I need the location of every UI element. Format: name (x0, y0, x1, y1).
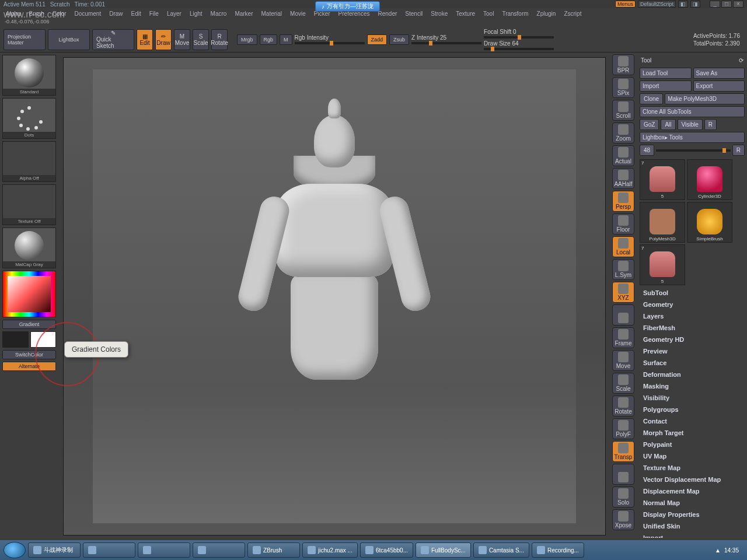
side-Scroll[interactable]: Scroll (612, 100, 634, 121)
zadd-button[interactable]: Zadd (367, 34, 388, 45)
side-Persp[interactable]: Persp (612, 191, 634, 212)
mrgb-button[interactable]: Mrgb (237, 34, 257, 45)
menu-texture[interactable]: Texture (453, 10, 477, 17)
tool-thumb-4[interactable]: 75 (640, 244, 685, 285)
lightbox-button[interactable]: LightBox (48, 29, 90, 50)
side-BPR[interactable]: BPR (612, 54, 634, 75)
menu-brush[interactable]: Brush (27, 10, 47, 17)
z-intensity-slider[interactable]: Z Intensity 25 (411, 34, 481, 44)
menu-transform[interactable]: Transform (500, 10, 530, 17)
alpha-thumbnail[interactable]: Alpha Off (2, 141, 56, 182)
side-SPix[interactable]: SPix (612, 77, 634, 98)
export-button[interactable]: Export (693, 80, 745, 92)
menu-layer[interactable]: Layer (165, 10, 184, 17)
layout-icon-1[interactable]: ◧ (678, 1, 688, 8)
section-normal-map[interactable]: Normal Map (640, 497, 745, 509)
side-Local[interactable]: Local (612, 236, 634, 257)
scale-button[interactable]: SScale (193, 29, 209, 50)
side-Transp[interactable]: Transp (612, 441, 634, 462)
section-deformation[interactable]: Deformation (640, 369, 745, 380)
menu-alpha[interactable]: Alpha (4, 10, 23, 17)
menus-button[interactable]: Menus (615, 1, 636, 8)
section-vector-displacement-map[interactable]: Vector Displacement Map (640, 474, 745, 485)
section-polygroups[interactable]: Polygroups (640, 404, 745, 415)
menu-file[interactable]: File (147, 10, 161, 17)
side-tool-18[interactable] (612, 464, 634, 485)
side-Frame[interactable]: Frame (612, 327, 634, 348)
section-display-properties[interactable]: Display Properties (640, 509, 745, 520)
goz-visible-button[interactable]: Visible (678, 119, 703, 130)
tray-icon[interactable]: ▲ (715, 547, 721, 554)
m-button[interactable]: M (280, 34, 292, 45)
goz-r-button[interactable]: R (704, 119, 717, 130)
menu-light[interactable]: Light (187, 10, 205, 17)
rotate-button[interactable]: RRotate (211, 29, 228, 50)
brush-thumbnail[interactable]: Standard (2, 55, 56, 96)
menu-material[interactable]: Material (259, 10, 285, 17)
section-preview[interactable]: Preview (640, 345, 745, 357)
color-picker[interactable] (2, 271, 56, 317)
draw-button[interactable]: ✏Draw (155, 29, 172, 50)
focal-shift-slider[interactable]: Focal Shift 0 (484, 29, 554, 38)
side-Xpose[interactable]: Xpose (612, 509, 634, 530)
switch-color-button[interactable]: SwitchColor (2, 350, 56, 359)
section-geometry[interactable]: Geometry (640, 299, 745, 310)
section-unified-skin[interactable]: Unified Skin (640, 520, 745, 532)
section-masking[interactable]: Masking (640, 380, 745, 392)
section-surface[interactable]: Surface (640, 357, 745, 369)
section-layers[interactable]: Layers (640, 310, 745, 322)
rgb-intensity-slider[interactable]: Rgb Intensity (295, 34, 365, 44)
menu-macro[interactable]: Macro (208, 10, 229, 17)
taskbar-item-8[interactable]: Camtasia S... (473, 542, 529, 558)
tool-thumb-2[interactable]: PolyMesh3D (640, 202, 685, 243)
material-thumbnail[interactable]: MatCap Gray (2, 228, 56, 268)
menu-document[interactable]: Document (72, 10, 104, 17)
import-button[interactable]: Import (640, 80, 692, 92)
side-Actual[interactable]: Actual (612, 145, 634, 166)
side-Move[interactable]: Move (612, 350, 634, 371)
section-contact[interactable]: Contact (640, 415, 745, 427)
projection-master-button[interactable]: Projection Master (4, 29, 46, 50)
system-tray[interactable]: ▲ 14:35 (710, 547, 743, 554)
make-polymesh-button[interactable]: Make PolyMesh3D (665, 93, 745, 104)
edit-button[interactable]: ▦Edit (137, 29, 153, 50)
taskbar-item-3[interactable] (193, 542, 245, 558)
taskbar-item-5[interactable]: jichu2.max ... (302, 542, 358, 558)
section-visibility[interactable]: Visibility (640, 392, 745, 404)
menu-marker[interactable]: Marker (232, 10, 255, 17)
menu-zscript[interactable]: Zscript (561, 10, 584, 17)
side-XYZ[interactable]: XYZ (612, 282, 634, 303)
texture-thumbnail[interactable]: Texture Off (2, 184, 56, 225)
menu-stroke[interactable]: Stroke (428, 10, 450, 17)
section-texture-map[interactable]: Texture Map (640, 462, 745, 474)
rgb-button[interactable]: Rgb (260, 34, 278, 45)
move-button[interactable]: MMove (174, 29, 190, 50)
taskbar-item-0[interactable]: 斗战神录制 (28, 542, 81, 558)
goz-button[interactable]: GoZ (640, 119, 659, 130)
side-Scale[interactable]: Scale (612, 373, 634, 394)
side-Zoom[interactable]: Zoom (612, 123, 634, 144)
tool-thumb-3[interactable]: SimpleBrush (687, 202, 732, 243)
clone-button[interactable]: Clone (640, 93, 663, 104)
gradient-button[interactable]: Gradient (2, 320, 56, 329)
start-button[interactable] (4, 542, 26, 558)
section-import[interactable]: Import (640, 532, 745, 538)
alternate-button[interactable]: Alternate (2, 362, 56, 371)
zsub-button[interactable]: Zsub (389, 34, 409, 45)
quick-sketch-button[interactable]: ✎Quick Sketch (92, 29, 134, 50)
menu-edit[interactable]: Edit (129, 10, 144, 17)
clone-all-subtools-button[interactable]: Clone All SubTools (640, 106, 745, 117)
side-Solo[interactable]: Solo (612, 487, 634, 508)
section-subtool[interactable]: SubTool (640, 287, 745, 299)
color-swatches[interactable] (2, 331, 56, 348)
side-PolyF[interactable]: PolyF (612, 418, 634, 439)
section-uv-map[interactable]: UV Map (640, 450, 745, 462)
section-displacement-map[interactable]: Displacement Map (640, 485, 745, 497)
taskbar-item-7[interactable]: FullBodySc... (416, 542, 471, 558)
menu-stencil[interactable]: Stencil (403, 10, 425, 17)
taskbar-item-9[interactable]: Recording... (532, 542, 584, 558)
tool-thumb-0[interactable]: 75 (640, 159, 685, 200)
thumb-r-button[interactable]: R (732, 145, 745, 156)
lightbox-tools-button[interactable]: Lightbox▸ Tools (640, 132, 745, 143)
default-zscript[interactable]: DefaultZScript (638, 1, 676, 8)
